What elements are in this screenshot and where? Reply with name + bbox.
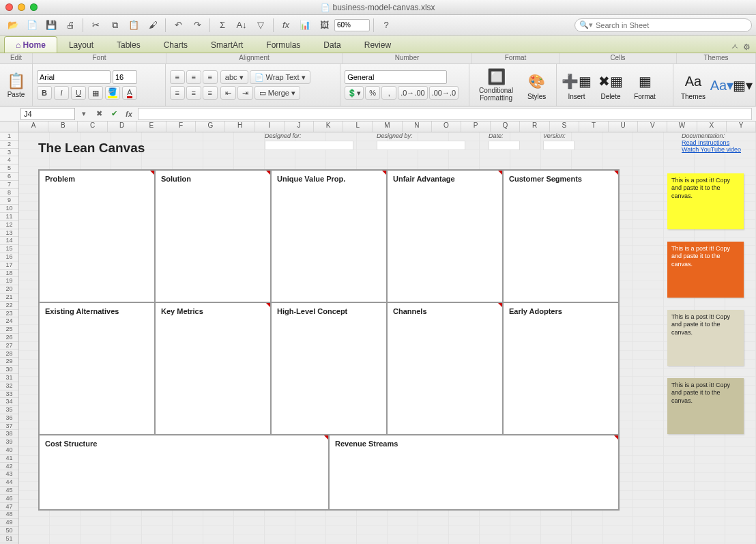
tab-home[interactable]: Home xyxy=(4,36,57,53)
col-header[interactable]: Y xyxy=(727,121,756,132)
increase-decimal-button[interactable]: .0→.00 xyxy=(398,86,427,100)
autosum-icon[interactable]: Σ xyxy=(214,18,231,33)
italic-button[interactable]: I xyxy=(54,86,69,100)
format-button[interactable]: ▦ Format xyxy=(629,70,660,100)
comma-button[interactable]: , xyxy=(381,86,396,100)
search-box[interactable]: 🔍▾ xyxy=(575,18,752,32)
font-size-select[interactable] xyxy=(113,70,137,84)
theme-fonts-button[interactable]: Aa▾ xyxy=(712,74,732,97)
postit-orange[interactable]: This is a post it! Copy and paste it to … xyxy=(667,242,744,298)
fx-label-icon[interactable]: fx xyxy=(123,110,135,118)
merge-button[interactable]: ▭ Merge ▾ xyxy=(255,86,300,100)
align-middle-button[interactable]: ≡ xyxy=(186,70,201,84)
bold-button[interactable]: B xyxy=(37,86,52,100)
undo-icon[interactable]: ↶ xyxy=(169,18,187,33)
decrease-decimal-button[interactable]: .00→.0 xyxy=(429,86,459,100)
wrap-text-button[interactable]: 📄 Wrap Text ▾ xyxy=(250,70,310,84)
col-header[interactable]: S xyxy=(550,121,579,132)
underline-button[interactable]: U xyxy=(71,86,86,100)
col-header[interactable]: L xyxy=(343,121,373,132)
insert-button[interactable]: ➕▦ Insert xyxy=(561,70,592,100)
search-input[interactable] xyxy=(596,21,747,29)
col-header[interactable]: P xyxy=(461,121,491,132)
box-revenue-streams[interactable]: Revenue Streams xyxy=(329,435,619,510)
filter-icon[interactable]: ▽ xyxy=(252,18,270,33)
decrease-indent-button[interactable]: ⇤ xyxy=(220,86,236,100)
settings-gear-icon[interactable]: ⚙ xyxy=(743,42,751,52)
col-header[interactable]: R xyxy=(520,121,549,132)
cut-icon[interactable]: ✂ xyxy=(87,18,104,33)
tab-charts[interactable]: Charts xyxy=(152,36,199,53)
delete-button[interactable]: ✖▦ Delete xyxy=(595,70,626,100)
format-painter-icon[interactable]: 🖌 xyxy=(144,18,162,33)
currency-button[interactable]: 💲▾ xyxy=(345,86,364,100)
border-button[interactable]: ▦ xyxy=(88,86,103,100)
paste-button[interactable]: 📋 Paste xyxy=(4,66,28,104)
col-header[interactable]: I xyxy=(255,121,285,132)
accept-formula-icon[interactable]: ✔ xyxy=(108,109,120,118)
help-icon[interactable]: ? xyxy=(377,18,395,33)
postit-beige-dark[interactable]: This is a post it! Copy and paste it to … xyxy=(667,378,744,434)
collapse-ribbon-icon[interactable]: ㅅ xyxy=(731,41,739,53)
styles-button[interactable]: 🎨 Styles xyxy=(521,70,552,100)
formula-input[interactable] xyxy=(138,108,752,120)
copy-icon[interactable]: ⧉ xyxy=(106,18,123,33)
tab-tables[interactable]: Tables xyxy=(105,36,152,53)
col-header[interactable]: N xyxy=(403,121,432,132)
cancel-formula-icon[interactable]: ✖ xyxy=(93,109,105,118)
font-name-select[interactable] xyxy=(37,70,111,84)
box-solution[interactable]: Solution xyxy=(155,170,271,302)
meta-input-designed-by[interactable] xyxy=(377,141,465,150)
col-header[interactable]: A xyxy=(19,121,48,132)
col-header[interactable]: X xyxy=(697,121,727,132)
tab-layout[interactable]: Layout xyxy=(57,36,105,53)
postit-yellow[interactable]: This is a post it! Copy and paste it to … xyxy=(667,173,744,229)
align-left-button[interactable]: ≡ xyxy=(170,86,185,100)
box-cost-structure[interactable]: Cost Structure xyxy=(39,435,329,510)
row-headers[interactable]: 1234567891011121314151617181920212223242… xyxy=(0,132,19,544)
col-header[interactable]: O xyxy=(432,121,461,132)
box-existing-alternatives[interactable]: Existing Alternatives xyxy=(39,302,155,435)
box-uvp[interactable]: Unique Value Prop. xyxy=(271,170,387,302)
increase-indent-button[interactable]: ⇥ xyxy=(237,86,253,100)
box-problem[interactable]: Problem xyxy=(39,170,155,302)
align-right-button[interactable]: ≡ xyxy=(203,86,218,100)
sort-icon[interactable]: A↓ xyxy=(233,18,250,33)
number-format-select[interactable] xyxy=(345,70,447,84)
box-early-adopters[interactable]: Early Adopters xyxy=(503,302,619,435)
col-header[interactable]: F xyxy=(166,121,196,132)
col-header[interactable]: U xyxy=(609,121,638,132)
col-header[interactable]: T xyxy=(579,121,609,132)
meta-input-designed-for[interactable] xyxy=(265,141,353,150)
new-icon[interactable]: 📄 xyxy=(23,18,41,33)
box-high-level-concept[interactable]: High-Level Concept xyxy=(271,302,387,435)
link-watch-video[interactable]: Watch YouTube video xyxy=(682,146,741,153)
col-header[interactable]: Q xyxy=(491,121,520,132)
orientation-button[interactable]: abc▾ xyxy=(220,70,248,84)
zoom-input[interactable] xyxy=(334,19,370,31)
fill-color-button[interactable]: 🪣 xyxy=(105,86,120,100)
col-header[interactable]: H xyxy=(225,121,255,132)
column-headers[interactable]: A B C D E F G H I J K L M N O P Q R S T … xyxy=(0,121,756,132)
box-channels[interactable]: Channels xyxy=(387,302,503,435)
name-box[interactable]: J4 xyxy=(20,108,75,120)
col-header[interactable]: K xyxy=(314,121,343,132)
col-header[interactable]: E xyxy=(137,121,166,132)
theme-colors-button[interactable]: ▦▾ xyxy=(735,74,751,97)
col-header[interactable]: D xyxy=(108,121,137,132)
themes-button[interactable]: Aa Themes xyxy=(678,70,709,100)
tab-review[interactable]: Review xyxy=(353,36,403,53)
print-icon[interactable]: 🖨 xyxy=(61,18,79,33)
box-key-metrics[interactable]: Key Metrics xyxy=(155,302,271,435)
col-header[interactable]: V xyxy=(638,121,667,132)
open-icon[interactable]: 📂 xyxy=(4,18,22,33)
col-header[interactable]: J xyxy=(285,121,314,132)
align-top-button[interactable]: ≡ xyxy=(170,70,185,84)
col-header[interactable]: G xyxy=(196,121,225,132)
align-center-button[interactable]: ≡ xyxy=(186,86,201,100)
col-header[interactable]: M xyxy=(373,121,402,132)
percent-button[interactable]: % xyxy=(365,86,380,100)
postit-beige-light[interactable]: This is a post it! Copy and paste it to … xyxy=(667,310,744,366)
tab-formulas[interactable]: Formulas xyxy=(255,36,312,53)
tab-smartart[interactable]: SmartArt xyxy=(199,36,255,53)
